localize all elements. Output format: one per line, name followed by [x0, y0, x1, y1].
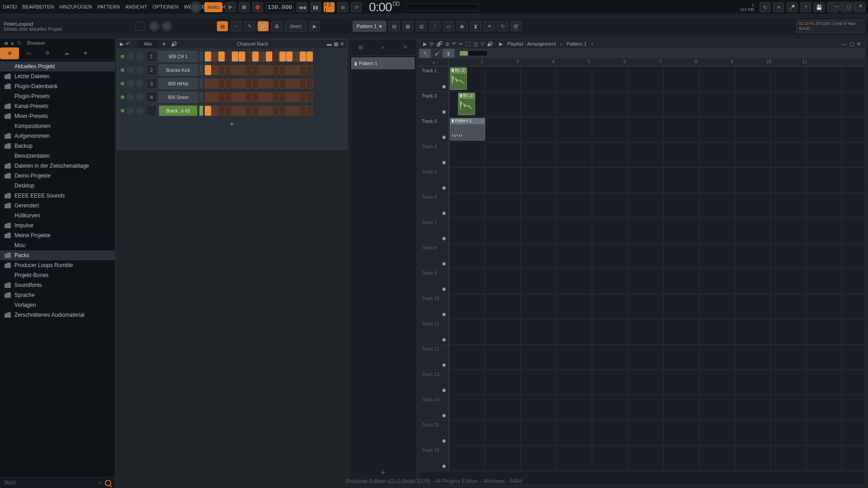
rack-steps-icon[interactable]: ▦	[334, 41, 338, 47]
step-button[interactable]	[239, 52, 245, 61]
playlist-clip[interactable]: ▮ Br...2	[450, 67, 467, 90]
browser-item[interactable]: Aufgenommen	[0, 131, 115, 141]
step-button[interactable]	[300, 79, 306, 89]
step-button[interactable]	[286, 65, 292, 75]
step-button[interactable]	[232, 52, 238, 61]
step-button[interactable]	[273, 65, 279, 75]
channel-vol-knob[interactable]	[136, 107, 143, 114]
step-button[interactable]	[273, 52, 279, 61]
tool-2-button[interactable]: ✦	[484, 21, 495, 31]
step-button[interactable]	[225, 92, 231, 102]
step-button[interactable]	[218, 65, 225, 75]
loop-rec-button[interactable]: ⟳	[351, 2, 362, 12]
track-header[interactable]: Track 6	[419, 193, 449, 218]
track-header[interactable]: Track 7	[419, 218, 449, 243]
step-button[interactable]	[252, 92, 259, 102]
step-button[interactable]	[212, 52, 218, 61]
channel-number[interactable]	[146, 105, 157, 116]
step-button[interactable]	[266, 65, 272, 75]
view-piano-button[interactable]: ▦	[402, 21, 413, 31]
settings-button[interactable]: ✕	[773, 2, 784, 12]
pl-sync-icon[interactable]: ⟳	[429, 41, 434, 47]
track-lane[interactable]	[449, 142, 865, 167]
bar-ruler[interactable]: 234567891011	[449, 58, 865, 66]
pl-crumb-2[interactable]: Pattern 1	[566, 41, 587, 47]
step-button[interactable]	[232, 106, 238, 116]
channel-select[interactable]	[199, 65, 203, 75]
channel-name-button[interactable]: 909 CH 1	[159, 51, 198, 62]
track-mute-button[interactable]	[442, 211, 446, 215]
track-mute-button[interactable]	[442, 237, 446, 240]
channel-name-button[interactable]: 808 HiHat	[159, 78, 198, 89]
panel-print-button[interactable]: 🖶	[271, 21, 282, 31]
browser-item[interactable]: Zerschnittenes Audiomaterial	[0, 310, 115, 320]
playlist-clip[interactable]: ▮ Br...2	[458, 93, 475, 115]
step-button[interactable]	[279, 79, 286, 89]
play-button[interactable]	[225, 2, 236, 12]
step-button[interactable]	[245, 79, 252, 89]
browser-up-icon[interactable]: ▲	[10, 40, 15, 46]
tags-clear-icon[interactable]: ▭	[98, 480, 102, 486]
step-button[interactable]	[218, 92, 225, 102]
browser-item[interactable]: Impulse	[0, 221, 115, 230]
step-button[interactable]	[293, 92, 299, 102]
browser-tab-files[interactable]: ▭	[19, 47, 38, 59]
tool-paint[interactable]: 🖌	[431, 49, 443, 58]
rack-close-icon[interactable]: ✕	[340, 41, 344, 47]
rack-menu-icon[interactable]: ▶	[120, 41, 123, 47]
track-mute-button[interactable]	[442, 85, 446, 89]
tool-draw[interactable]: ✎	[419, 49, 431, 58]
save-button[interactable]: 💾	[814, 2, 825, 12]
step-button[interactable]	[286, 79, 292, 89]
step-button[interactable]	[245, 65, 252, 75]
step-button[interactable]	[245, 52, 252, 61]
pl-link-icon[interactable]: 🔗	[436, 41, 443, 47]
rack-filter-dropdown[interactable]: Alle	[137, 40, 158, 47]
pl-menu-icon[interactable]: ▶	[423, 41, 427, 47]
overdub-button[interactable]: ⊞	[337, 2, 348, 12]
track-header[interactable]: Track 1	[419, 66, 449, 91]
channel-pan-knob[interactable]	[127, 107, 134, 114]
step-button[interactable]	[266, 79, 272, 89]
track-mute-button[interactable]	[442, 287, 446, 291]
step-button[interactable]	[232, 92, 238, 102]
track-header[interactable]: Track 3	[419, 117, 449, 142]
pl-max-icon[interactable]: ▢	[849, 41, 854, 47]
speaker-icon[interactable]: 🔊	[171, 41, 177, 47]
browser-item[interactable]: Vorlagen	[0, 300, 115, 310]
step-button[interactable]	[205, 52, 211, 61]
step-button[interactable]	[225, 106, 231, 116]
tool-select[interactable]: ▮	[443, 49, 454, 58]
track-header[interactable]: Track 15	[419, 421, 449, 446]
channel-name-button[interactable]: 808 Snare	[159, 92, 198, 103]
step-button[interactable]	[293, 65, 299, 75]
channel-vol-knob[interactable]	[136, 80, 143, 87]
step-button[interactable]	[212, 92, 218, 102]
track-lane[interactable]	[449, 218, 865, 243]
step-button[interactable]	[259, 79, 265, 89]
step-button[interactable]	[232, 65, 238, 75]
pl-zoom-icon[interactable]: ⛶	[466, 41, 471, 47]
browser-item[interactable]: Demo-Projekte	[0, 171, 115, 181]
channel-select[interactable]	[199, 92, 203, 102]
track-header[interactable]: Track 5	[419, 168, 449, 192]
browser-item[interactable]: Meine Projekte	[0, 230, 115, 240]
pl-lock-icon[interactable]: ⊘	[445, 41, 449, 47]
browser-item[interactable]: Dateien in der Zwischenablage	[0, 161, 115, 171]
step-button[interactable]	[300, 65, 306, 75]
browser-item[interactable]: Soundfonts	[0, 280, 115, 290]
browser-tab-all[interactable]: ⊕	[0, 47, 19, 59]
channel-pan-knob[interactable]	[127, 94, 134, 101]
browser-item[interactable]: Aktuelles Projekt	[0, 61, 115, 71]
step-button[interactable]	[225, 65, 231, 75]
step-button[interactable]	[266, 92, 272, 102]
track-header[interactable]: Track 16	[419, 446, 449, 471]
track-lane[interactable]	[449, 193, 865, 218]
pattern-selector-icon[interactable]	[136, 22, 145, 31]
browser-tab-cloud[interactable]: ☁	[57, 47, 76, 59]
channel-pan-knob[interactable]	[127, 80, 134, 87]
track-lane[interactable]	[449, 345, 865, 370]
browser-item[interactable]: Packs	[0, 250, 115, 260]
track-mute-button[interactable]	[442, 262, 446, 266]
search-icon[interactable]	[105, 480, 111, 486]
